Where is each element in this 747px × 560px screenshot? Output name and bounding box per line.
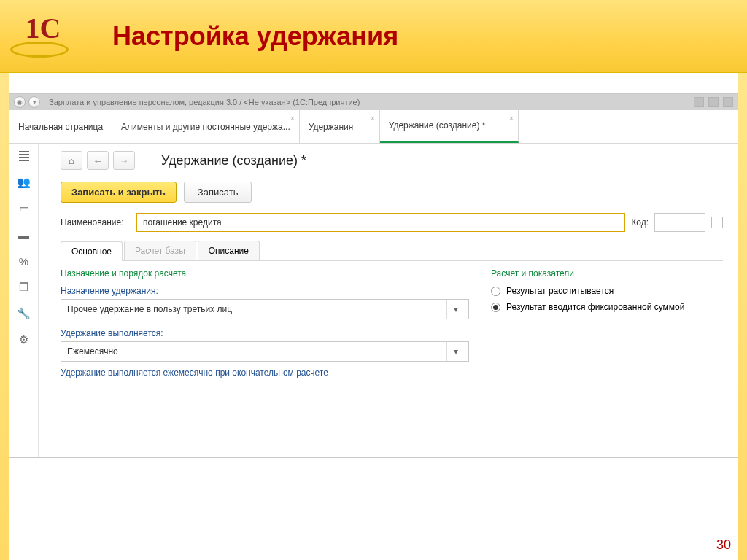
tab-deduction-create[interactable]: Удержание (создание) * × bbox=[380, 110, 519, 143]
purpose-value: Прочее удержание в пользу третьих лиц bbox=[67, 304, 232, 314]
slide-number: 30 bbox=[716, 537, 731, 553]
name-label: Наименование: bbox=[61, 217, 131, 228]
section-title-left: Назначение и порядок расчета bbox=[61, 268, 469, 279]
code-input[interactable] bbox=[654, 213, 705, 232]
close-icon[interactable]: × bbox=[509, 114, 514, 122]
back-button[interactable]: ← bbox=[87, 151, 109, 170]
subtabs: Основное Расчет базы Описание bbox=[61, 241, 723, 261]
titlebar: ◉ ▾ Зарплата и управление персоналом, ре… bbox=[9, 94, 738, 110]
flag-checkbox[interactable] bbox=[711, 217, 723, 228]
subtab-main[interactable]: Основное bbox=[61, 241, 123, 261]
vertical-toolbar: 👥 ▭ ▬ % ❐ 🔧 ⚙ bbox=[9, 144, 39, 457]
close-icon[interactable]: × bbox=[371, 114, 375, 122]
titlebar-icon-2[interactable] bbox=[708, 97, 719, 107]
name-input[interactable] bbox=[136, 213, 625, 232]
schedule-value: Ежемесячно bbox=[67, 346, 118, 357]
home-button[interactable]: ⌂ bbox=[61, 151, 82, 170]
close-icon[interactable]: × bbox=[290, 114, 295, 122]
tabstrip: Начальная страница Алименты и другие пос… bbox=[9, 110, 738, 144]
chevron-down-icon: ▾ bbox=[446, 342, 464, 361]
subtab-description[interactable]: Описание bbox=[198, 241, 260, 260]
subtab-base[interactable]: Расчет базы bbox=[124, 241, 196, 260]
slide-title: Настройка удержания bbox=[112, 21, 398, 52]
content-area: ⌂ ← → Удержание (создание) * Записать и … bbox=[39, 144, 738, 457]
tab-label: Удержание (создание) * bbox=[389, 120, 509, 131]
percent-icon[interactable]: % bbox=[17, 254, 31, 268]
tab-label: Начальная страница bbox=[18, 122, 103, 132]
radio-icon bbox=[491, 287, 500, 296]
rail-right bbox=[738, 73, 747, 560]
menu-icon[interactable] bbox=[17, 149, 31, 163]
tab-home[interactable]: Начальная страница bbox=[9, 110, 112, 143]
people-icon[interactable]: 👥 bbox=[17, 176, 31, 189]
schedule-label: Удержание выполняется: bbox=[61, 328, 469, 338]
stage: ◉ ▾ Зарплата и управление персоналом, ре… bbox=[9, 93, 738, 458]
tab-label: Удержания bbox=[309, 122, 371, 132]
radio-fixed[interactable]: Результат вводится фиксированной суммой bbox=[491, 302, 723, 312]
purpose-select[interactable]: Прочее удержание в пользу третьих лиц ▾ bbox=[61, 299, 469, 319]
workspace: 👥 ▭ ▬ % ❐ 🔧 ⚙ ⌂ ← → Удержание (создание)… bbox=[9, 144, 738, 457]
forward-button[interactable]: → bbox=[113, 151, 135, 170]
logo-ring-icon bbox=[10, 42, 69, 58]
logo-1c: 1С bbox=[10, 11, 76, 62]
slide-header: 1С Настройка удержания bbox=[0, 0, 747, 73]
window-dropdown-button[interactable]: ▾ bbox=[28, 96, 40, 108]
tab-deductions[interactable]: Удержания × bbox=[300, 110, 380, 143]
titlebar-icon-3[interactable] bbox=[723, 97, 733, 107]
schedule-hint: Удержание выполняется ежемесячно при око… bbox=[61, 368, 469, 378]
purpose-label: Назначение удержания: bbox=[61, 286, 469, 296]
save-button[interactable]: Записать bbox=[184, 182, 252, 203]
tab-label: Алименты и другие постоянные удержа... bbox=[121, 122, 290, 132]
schedule-select[interactable]: Ежемесячно ▾ bbox=[61, 341, 469, 362]
docs-icon[interactable]: ❐ bbox=[17, 281, 31, 294]
radio-label: Результат рассчитывается bbox=[506, 286, 614, 296]
card-icon[interactable]: ▭ bbox=[17, 202, 31, 215]
section-title-right: Расчет и показатели bbox=[491, 268, 723, 279]
wrench-icon[interactable]: 🔧 bbox=[17, 307, 31, 320]
app-window: ◉ ▾ Зарплата и управление персоналом, ре… bbox=[9, 93, 738, 458]
window-title: Зарплата и управление персоналом, редакц… bbox=[49, 98, 694, 106]
chevron-down-icon: ▾ bbox=[446, 300, 464, 319]
card2-icon[interactable]: ▬ bbox=[17, 228, 31, 241]
rail-left bbox=[0, 73, 9, 560]
radio-icon bbox=[491, 303, 500, 312]
code-label: Код: bbox=[631, 217, 649, 228]
radio-calculated[interactable]: Результат рассчитывается bbox=[491, 286, 723, 296]
logo-text: 1С bbox=[26, 11, 61, 45]
gear-icon[interactable]: ⚙ bbox=[17, 333, 31, 346]
tab-aliments[interactable]: Алименты и другие постоянные удержа... × bbox=[112, 110, 300, 143]
window-menu-button[interactable]: ◉ bbox=[14, 96, 26, 108]
save-close-button[interactable]: Записать и закрыть bbox=[61, 182, 177, 203]
radio-label: Результат вводится фиксированной суммой bbox=[506, 302, 684, 312]
page-title: Удержание (создание) * bbox=[161, 153, 306, 168]
titlebar-icon-1[interactable] bbox=[694, 97, 704, 107]
